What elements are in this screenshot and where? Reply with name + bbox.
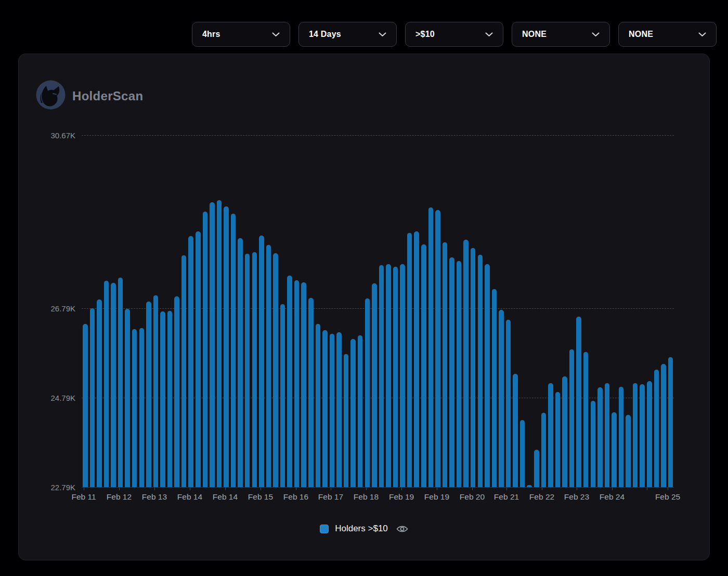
bar[interactable] (414, 231, 419, 487)
bar[interactable] (330, 334, 335, 487)
bar[interactable] (280, 304, 285, 487)
bar[interactable] (167, 311, 173, 487)
bar[interactable] (104, 281, 109, 487)
bar[interactable] (548, 383, 553, 487)
bar[interactable] (316, 324, 321, 487)
bar[interactable] (520, 420, 525, 487)
bar[interactable] (612, 412, 617, 487)
bar[interactable] (259, 235, 264, 487)
bar[interactable] (541, 413, 547, 487)
bar[interactable] (294, 280, 300, 487)
bar[interactable] (435, 210, 440, 487)
bar[interactable] (485, 264, 490, 487)
bar[interactable] (203, 212, 208, 487)
bar[interactable] (499, 310, 504, 487)
bar[interactable] (125, 309, 130, 487)
bar[interactable] (97, 299, 102, 487)
bar[interactable] (174, 296, 179, 487)
filter-dropdown-overlay-1[interactable]: NONE (512, 22, 610, 47)
bar[interactable] (83, 324, 88, 487)
bar[interactable] (217, 200, 222, 487)
filter-dropdown-threshold[interactable]: >$10 (405, 22, 503, 47)
bar[interactable] (301, 282, 306, 487)
bar[interactable] (160, 311, 165, 488)
bar[interactable] (443, 242, 448, 487)
x-axis-tick-label: Feb 11 (71, 492, 96, 502)
bar[interactable] (619, 387, 624, 487)
bar-slot (272, 135, 279, 487)
bar[interactable] (597, 387, 603, 487)
bar[interactable] (492, 289, 497, 487)
legend-item-holders[interactable]: Holders >$10 (19, 523, 709, 534)
bar[interactable] (400, 264, 405, 487)
bar-slot (575, 135, 582, 487)
bar[interactable] (569, 349, 575, 487)
bar[interactable] (153, 295, 159, 487)
bar[interactable] (661, 364, 666, 487)
bar[interactable] (132, 329, 137, 487)
bar[interactable] (344, 354, 349, 487)
filter-dropdown-interval[interactable]: 4hrs (192, 22, 290, 47)
bar[interactable] (626, 415, 631, 487)
bar[interactable] (224, 206, 229, 487)
bar[interactable] (210, 202, 215, 487)
bar[interactable] (273, 253, 278, 487)
bar[interactable] (471, 248, 476, 487)
bar[interactable] (449, 257, 454, 487)
bar[interactable] (358, 335, 363, 487)
chevron-down-icon (272, 30, 280, 39)
bar[interactable] (555, 392, 561, 487)
bar[interactable] (350, 339, 356, 487)
bar-slot (568, 135, 576, 487)
bar[interactable] (457, 261, 462, 487)
bar[interactable] (463, 240, 469, 487)
bar[interactable] (386, 264, 391, 487)
bar[interactable] (668, 357, 673, 487)
bar[interactable] (654, 370, 659, 487)
bar[interactable] (605, 383, 610, 487)
bar[interactable] (583, 352, 589, 487)
bar[interactable] (287, 276, 292, 487)
bar[interactable] (231, 214, 236, 487)
bar[interactable] (146, 302, 151, 487)
bar[interactable] (308, 298, 314, 487)
bar[interactable] (513, 374, 518, 487)
bar[interactable] (591, 401, 596, 487)
bar[interactable] (111, 283, 116, 487)
bar[interactable] (336, 332, 342, 487)
bar[interactable] (562, 376, 567, 487)
bar[interactable] (379, 265, 384, 487)
bar-slot (194, 135, 202, 487)
bar[interactable] (534, 450, 539, 487)
bar[interactable] (576, 317, 581, 487)
bar[interactable] (90, 308, 95, 488)
bar[interactable] (421, 244, 426, 487)
bar[interactable] (322, 330, 328, 487)
bar[interactable] (196, 231, 201, 487)
bar[interactable] (478, 255, 483, 487)
bar-slot (244, 135, 251, 487)
bar-slot (610, 135, 618, 487)
bar[interactable] (372, 283, 377, 487)
bar[interactable] (365, 298, 370, 487)
bar[interactable] (647, 381, 652, 487)
bar[interactable] (527, 485, 532, 487)
bar[interactable] (238, 238, 243, 487)
bar[interactable] (139, 328, 145, 487)
bar[interactable] (266, 245, 271, 488)
bar[interactable] (428, 207, 434, 487)
bar[interactable] (181, 255, 187, 487)
bar[interactable] (633, 383, 638, 487)
filter-dropdown-overlay-2[interactable]: NONE (618, 22, 717, 47)
bar[interactable] (393, 267, 398, 487)
bar[interactable] (252, 252, 257, 487)
bar[interactable] (640, 384, 645, 487)
filter-dropdown-range[interactable]: 14 Days (298, 22, 397, 47)
bar[interactable] (506, 320, 511, 487)
visibility-eye-icon[interactable] (396, 525, 408, 533)
bar[interactable] (118, 278, 123, 487)
bar[interactable] (188, 236, 193, 487)
bar-slot (519, 135, 526, 487)
bar[interactable] (245, 254, 250, 487)
bar[interactable] (407, 233, 412, 487)
